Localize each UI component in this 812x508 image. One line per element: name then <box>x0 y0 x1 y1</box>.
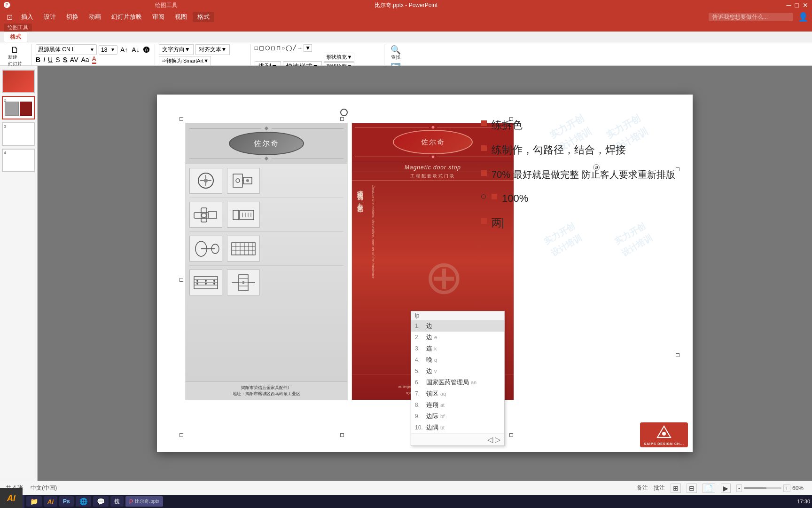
ac-item-2[interactable]: 2. 边 e <box>411 332 504 343</box>
align-text-btn[interactable]: 对齐文本▼ <box>195 44 230 55</box>
search-input[interactable] <box>709 13 793 21</box>
italic-btn[interactable]: I <box>43 56 45 64</box>
bullet-text-1: 练拆色 <box>492 118 523 133</box>
font-decrease-btn[interactable]: A↓ <box>131 45 140 55</box>
slides-row: 🗋 新建幻灯片 <box>6 44 24 69</box>
shape-rect[interactable]: □ <box>255 45 258 51</box>
rotation-handle[interactable] <box>340 109 348 116</box>
text-rotation-handle[interactable]: ↺ <box>593 164 600 171</box>
view-slide-sorter-btn[interactable]: ⊟ <box>687 484 697 493</box>
close-btn[interactable]: ✕ <box>803 1 808 9</box>
font-color-clear-btn[interactable]: 🅐 <box>142 45 151 55</box>
selection-handle-text-br[interactable] <box>676 353 679 357</box>
case-btn[interactable]: Aa <box>81 56 89 64</box>
ac-item-9[interactable]: 9. 边际 bf <box>411 411 504 422</box>
ac-item-6[interactable]: 6. 国家医药管理局 an <box>411 377 504 388</box>
selection-handle-ml[interactable] <box>180 278 183 282</box>
ac-item-3[interactable]: 3. 连 k <box>411 343 504 354</box>
selection-handle-tl[interactable] <box>180 117 183 121</box>
taskbar-input[interactable]: 搜 <box>110 496 124 507</box>
ac-item-10[interactable]: 10. 边隅 bt <box>411 422 504 433</box>
font-increase-btn[interactable]: A↑ <box>119 45 129 55</box>
shape-circle[interactable]: ○ <box>281 45 285 51</box>
shape-cylinder[interactable]: ⊓ <box>276 45 281 51</box>
strikethrough-btn[interactable]: S <box>55 56 60 64</box>
selection-handle-br[interactable] <box>509 433 513 437</box>
bullet-4: 100% <box>481 191 679 206</box>
menu-file[interactable]: ⊡ <box>4 13 16 22</box>
ac-item-4[interactable]: 4. 晚 q <box>411 354 504 365</box>
ps-icon: Ps <box>63 498 70 505</box>
font-size: 18 <box>101 47 109 53</box>
zoom-control: - + 60% <box>736 484 806 492</box>
bullet-5[interactable]: 两 <box>481 216 679 230</box>
menu-slideshow[interactable]: 幻灯片放映 <box>107 12 147 22</box>
account-icon[interactable]: 👤 <box>798 12 808 22</box>
shape-snip[interactable]: ⬡ <box>265 45 270 51</box>
ac-item-7[interactable]: 7. 镇区 aq <box>411 388 504 399</box>
diagram-row-2 <box>189 202 344 232</box>
bold-btn[interactable]: B <box>36 56 40 64</box>
notes-btn[interactable]: 备注 <box>637 484 648 492</box>
taskbar-wechat[interactable]: 💬 <box>93 496 109 507</box>
selection-handle-bl[interactable] <box>180 433 183 437</box>
taskbar-illustrator[interactable]: Ai <box>44 496 57 507</box>
ac-prev-btn[interactable]: ◁ <box>487 435 493 444</box>
title-text: 比尔奇.pptx - PowerPoint <box>375 1 437 9</box>
menu-view[interactable]: 视图 <box>170 12 192 22</box>
ac-next-btn[interactable]: ▷ <box>495 435 500 444</box>
menu-transitions[interactable]: 切换 <box>62 12 83 22</box>
view-slideshow-btn[interactable]: ▶ <box>721 484 731 493</box>
slide-thumb-3[interactable]: 3 <box>2 122 35 146</box>
menu-design[interactable]: 设计 <box>39 12 61 22</box>
canvas-area[interactable]: 实力开创设计培训 实力开创设计培训 实力开创设计培训 实力开创设计培训 <box>38 66 812 481</box>
ac-item-8[interactable]: 8. 连翔 at <box>411 399 504 411</box>
slide-thumb-2[interactable]: 2 <box>2 96 35 119</box>
menu-format[interactable]: 格式 <box>193 12 214 22</box>
zoom-in-btn[interactable]: + <box>783 484 790 492</box>
shape-fill-btn[interactable]: 形状填充▼ <box>324 53 354 62</box>
find-btn[interactable]: 🔍 查找 <box>388 44 403 62</box>
comments-btn[interactable]: 批注 <box>654 484 665 492</box>
font-color-btn[interactable]: A <box>92 55 96 64</box>
ac-item-5[interactable]: 5. 边 v <box>411 365 504 377</box>
underline-btn[interactable]: U <box>48 56 53 64</box>
text-direction-btn[interactable]: 文字方向▼ <box>159 44 194 55</box>
menu-animations[interactable]: 动画 <box>84 12 106 22</box>
shape-more[interactable]: ▼ <box>304 44 312 52</box>
minimize-btn[interactable]: ─ <box>787 1 791 9</box>
diagram-row-1 <box>189 168 344 198</box>
menu-insert[interactable]: 插入 <box>16 12 38 22</box>
restore-btn[interactable]: □ <box>795 1 799 9</box>
shape-oval[interactable]: ◯ <box>286 45 292 51</box>
shape-parallelogram[interactable]: ◻ <box>271 45 275 51</box>
char-spacing-btn[interactable]: AV <box>70 56 78 64</box>
convert-smartart-btn[interactable]: ⇒转换为 SmartArt▼ <box>159 56 211 66</box>
taskbar-photoshop[interactable]: Ps <box>59 496 74 507</box>
zoom-slider[interactable] <box>744 487 781 489</box>
shape-line[interactable]: ╱ <box>293 45 296 51</box>
taskbar-powerpoint[interactable]: P 比尔奇.pptx <box>125 496 163 507</box>
ac-header-text: lp <box>415 312 419 319</box>
diagram-row-4 <box>189 270 344 299</box>
view-reading-btn[interactable]: 📄 <box>703 484 715 493</box>
shape-arrow[interactable]: → <box>297 45 303 51</box>
taskbar-chrome[interactable]: 🌐 <box>76 496 91 507</box>
new-slide-btn[interactable]: 🗋 新建幻灯片 <box>6 44 24 69</box>
drawing-tools-tab[interactable]: 绘图工具 <box>4 24 32 32</box>
selection-handle-tm[interactable] <box>340 117 344 121</box>
selection-handle-bm[interactable] <box>340 433 344 437</box>
ppt-label: 比尔奇.pptx <box>135 498 159 505</box>
ac-item-1[interactable]: 1. 边 <box>411 320 504 332</box>
font-size-dropdown[interactable]: ▼ <box>110 47 115 52</box>
taskbar-file-manager[interactable]: 📁 <box>26 496 42 507</box>
view-normal-btn[interactable]: ⊞ <box>671 484 681 493</box>
tab-format[interactable]: 格式 <box>4 32 27 42</box>
slide-thumb-4[interactable]: 4 <box>2 149 35 172</box>
shape-rounded-rect[interactable]: ▢ <box>259 45 264 51</box>
zoom-out-btn[interactable]: - <box>736 484 742 492</box>
menu-review[interactable]: 审阅 <box>148 12 169 22</box>
shadow-btn[interactable]: S <box>62 56 67 64</box>
slide-thumb-1[interactable]: 1 <box>2 70 35 93</box>
font-dropdown-icon[interactable]: ▼ <box>90 47 94 52</box>
